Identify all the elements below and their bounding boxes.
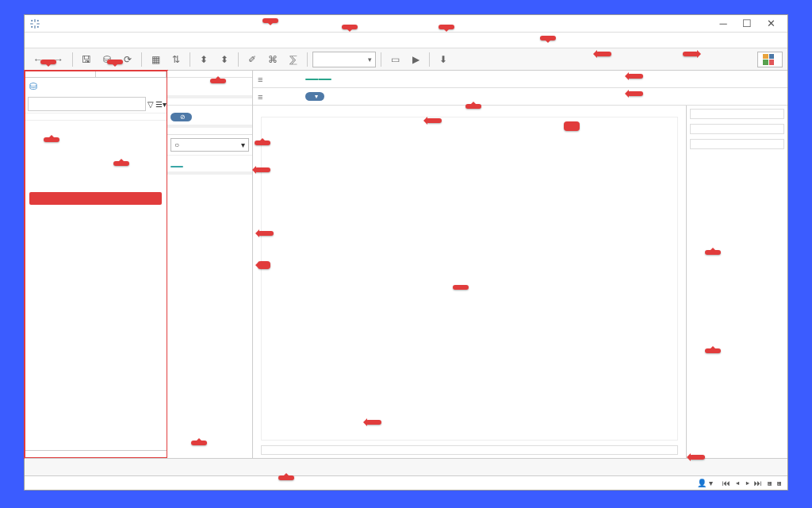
redo-button[interactable]: →	[50, 52, 67, 67]
card-toggle-button[interactable]: ▭	[386, 52, 404, 67]
field-list	[25, 121, 167, 447]
rows-icon: ≡	[258, 92, 262, 102]
filter-pill[interactable]: ⊘	[170, 113, 192, 121]
sheets-tab-bar	[25, 458, 787, 475]
status-nav[interactable]: ⏮ ◀ ▶ ⏭ ▦ ▦	[722, 479, 783, 487]
pages-shelf-label	[167, 71, 252, 78]
view-canvas[interactable]	[253, 106, 686, 458]
show-me-icon	[763, 54, 774, 65]
filters-shelf-label	[167, 98, 252, 106]
datasource-icon: ⛁	[29, 81, 37, 92]
app-window: ─ ☐ ✕ ← → 🖫 ⛁ ⟳ ▦ ⇅ ⬍ ⬍ ✐ ⌘ ⅀ ▭ ▶ ⬇	[24, 14, 788, 491]
row-pill[interactable]: ▾	[305, 92, 324, 101]
viz-title[interactable]	[261, 110, 678, 117]
column-pill-2[interactable]	[318, 79, 331, 80]
marks-card: ○ ▾	[167, 135, 252, 175]
pages-shelf[interactable]	[167, 78, 252, 98]
chart-svg	[262, 117, 677, 440]
search-input[interactable]	[28, 97, 146, 111]
tables-header	[25, 114, 167, 121]
new-datasource-button[interactable]: ⛁	[98, 52, 116, 67]
tab-data[interactable]	[25, 71, 96, 77]
status-bar: 👤 ▾ ⏮ ◀ ▶ ⏭ ▦ ▦	[25, 475, 787, 490]
color-legend-card[interactable]	[690, 109, 784, 119]
fused-pills[interactable]	[305, 79, 331, 80]
group-button[interactable]: ⌘	[264, 52, 282, 67]
parameters-header	[25, 451, 167, 458]
columns-icon: ≡	[258, 75, 262, 84]
marks-card-label	[167, 128, 252, 135]
tab-analytics[interactable]	[96, 71, 167, 77]
marks-color-pill[interactable]	[170, 166, 183, 167]
rows-shelf[interactable]: ≡ ▾	[253, 88, 787, 106]
totals-button[interactable]: ⅀	[285, 52, 302, 67]
shelves-column: ⊘ ○ ▾	[167, 71, 253, 458]
titlebar: ─ ☐ ✕	[25, 15, 787, 33]
right-panel	[686, 106, 787, 458]
fit-dropdown[interactable]	[312, 52, 376, 67]
filter-fields-icon[interactable]: ▽	[147, 100, 154, 109]
highlight-button[interactable]: ✐	[243, 52, 261, 67]
filter-card[interactable]	[690, 139, 784, 149]
view-data-icon[interactable]: ☰▾	[155, 100, 167, 109]
menubar	[25, 33, 787, 48]
mark-type-dropdown[interactable]: ○ ▾	[170, 138, 249, 152]
columns-shelf[interactable]: ≡	[253, 71, 787, 88]
chart-area[interactable]	[261, 117, 678, 441]
refresh-button[interactable]: ⟳	[119, 52, 136, 67]
close-button[interactable]: ✕	[759, 17, 783, 29]
side-bar: ⛁ ▽ ☰▾	[25, 71, 167, 458]
datasource-row[interactable]: ⛁	[25, 78, 167, 95]
download-button[interactable]: ⬇	[435, 52, 452, 67]
summary-card	[690, 124, 784, 134]
caption-box[interactable]	[261, 445, 678, 455]
toolbar: ← → 🖫 ⛁ ⟳ ▦ ⇅ ⬍ ⬍ ✐ ⌘ ⅀ ▭ ▶ ⬇	[25, 48, 787, 71]
sort-asc-button[interactable]: ⬍	[195, 52, 213, 67]
save-button[interactable]: 🖫	[78, 52, 95, 67]
undo-button[interactable]: ←	[29, 52, 47, 67]
show-me-button[interactable]	[757, 52, 783, 67]
sort-desc-button[interactable]: ⬍	[216, 52, 233, 67]
minimize-button[interactable]: ─	[711, 17, 735, 29]
status-user[interactable]: 👤 ▾	[697, 479, 713, 487]
column-pill-1[interactable]	[305, 79, 318, 80]
new-sheet-button[interactable]: ▦	[147, 52, 164, 67]
swap-button[interactable]: ⇅	[167, 52, 185, 67]
not-shown-note	[29, 192, 162, 205]
presentation-button[interactable]: ▶	[407, 52, 424, 67]
tableau-logo-icon	[29, 18, 40, 29]
maximize-button[interactable]: ☐	[735, 17, 759, 29]
filters-shelf[interactable]: ⊘	[167, 106, 252, 128]
main-area: ≡ ≡ ▾	[253, 71, 787, 458]
